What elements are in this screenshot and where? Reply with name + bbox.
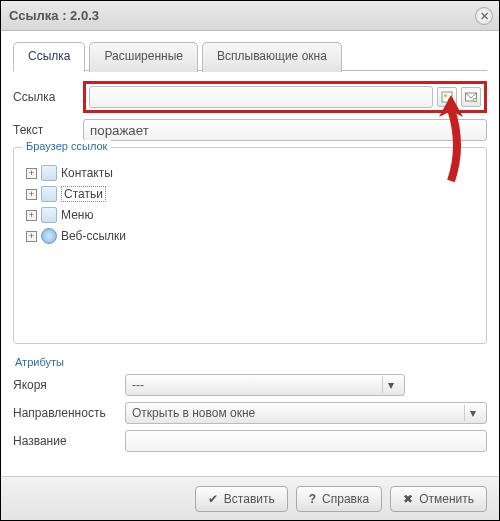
expand-icon[interactable]: + [26,231,37,242]
expand-icon[interactable]: + [26,189,37,200]
tab-advanced[interactable]: Расширенные [89,42,198,72]
dialog-title: Ссылка : 2.0.3 [9,8,99,23]
anchors-value: --- [132,378,144,392]
chevron-down-icon: ▾ [382,377,398,393]
tab-link[interactable]: Ссылка [13,42,85,72]
name-input[interactable] [125,430,487,452]
link-browser-fieldset: Браузер ссылок + Контакты + Статьи + [13,147,487,344]
link-label: Ссылка [13,90,83,104]
insert-label: Вставить [224,492,275,506]
tree-label: Веб-ссылки [61,229,126,243]
name-label: Название [13,434,125,448]
check-icon: ✔ [208,492,218,506]
help-button[interactable]: ? Справка [296,486,382,512]
x-icon: ✖ [403,492,413,506]
cancel-label: Отменить [419,492,474,506]
globe-icon [41,228,57,244]
anchors-select[interactable]: --- ▾ [125,374,405,396]
expand-icon[interactable]: + [26,168,37,179]
question-icon: ? [309,492,316,506]
svg-rect-1 [444,94,447,97]
browse-button[interactable] [437,87,457,107]
chevron-down-icon: ▾ [464,405,480,421]
anchors-label: Якоря [13,378,125,392]
tree-label: Контакты [61,166,113,180]
target-value: Открыть в новом окне [132,406,255,420]
mail-icon [465,91,477,103]
link-input[interactable] [89,86,433,108]
dialog-footer: ✔ Вставить ? Справка ✖ Отменить [1,476,499,520]
expand-icon[interactable]: + [26,210,37,221]
link-browser-tree: + Контакты + Статьи + Меню [14,148,486,343]
cancel-button[interactable]: ✖ Отменить [390,486,487,512]
doc-icon [41,186,57,202]
insert-button[interactable]: ✔ Вставить [195,486,288,512]
tab-bar: Ссылка Расширенные Всплывающие окна [13,41,487,71]
dialog-window: Ссылка : 2.0.3 ✕ Ссылка Расширенные Вспл… [0,0,500,521]
tree-item-contacts[interactable]: + Контакты [26,163,476,183]
mail-button[interactable] [461,87,481,107]
link-row-highlight [83,81,487,113]
tab-popups[interactable]: Всплывающие окна [202,42,342,72]
doc-icon [41,207,57,223]
target-label: Направленность [13,406,125,420]
target-select[interactable]: Открыть в новом окне ▾ [125,402,487,424]
text-input[interactable] [83,119,487,141]
close-button[interactable]: ✕ [475,7,493,25]
doc-icon [41,165,57,181]
tree-item-weblinks[interactable]: + Веб-ссылки [26,226,476,246]
title-bar: Ссылка : 2.0.3 ✕ [1,1,499,31]
tree-label: Статьи [61,186,106,202]
link-browser-legend: Браузер ссылок [22,140,111,152]
tree-label: Меню [61,208,93,222]
help-label: Справка [322,492,369,506]
tree-item-articles[interactable]: + Статьи [26,184,476,204]
browse-icon [441,91,453,103]
attributes-title: Атрибуты [15,356,487,368]
text-label: Текст [13,123,83,137]
tree-item-menu[interactable]: + Меню [26,205,476,225]
